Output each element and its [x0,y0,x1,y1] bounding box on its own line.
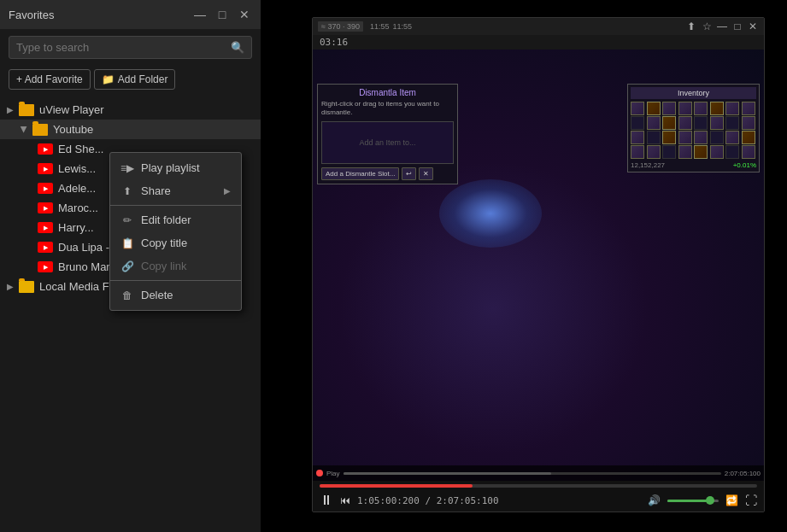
inv-cell[interactable] [725,116,739,130]
add-favorite-button[interactable]: + Add Favorite [9,69,91,90]
dialog-action-button[interactable]: ✕ [419,167,433,180]
tree-item-youtube[interactable]: ▶ Youtube [0,120,261,139]
repeat-button[interactable]: 🔁 [725,494,738,506]
time-display: 1:05:00:200 / 2:07:05:100 [357,495,499,506]
inv-cell[interactable] [710,131,724,144]
inv-cell[interactable] [631,131,644,144]
fullscreen-button[interactable]: ⛶ [745,494,757,507]
panel-title: Favorites [9,9,54,21]
inv-cell[interactable] [742,102,755,115]
inv-cell[interactable] [662,102,676,115]
hud-time: 2:07:05:100 [725,470,761,477]
search-bar: 🔍 [9,36,252,59]
inv-cell[interactable] [725,131,739,144]
dialog-cancel-button[interactable]: ↩ [402,167,416,180]
youtube-icon [38,261,53,272]
ctx-delete[interactable]: 🗑 Delete [110,284,241,307]
youtube-icon [38,183,53,194]
uview-label: uView Player [39,103,104,116]
inv-cell[interactable] [647,131,661,144]
inv-cell[interactable] [678,102,692,115]
ctx-edit-folder[interactable]: ✏ Edit folder [110,208,241,231]
dialog-panel: Dismantla Item Right-click or drag to it… [317,84,458,184]
video-toolbar: 03:16 [313,35,764,50]
inv-cell[interactable] [647,102,661,115]
play-pause-button[interactable]: ⏸ [320,493,333,508]
dialog-drop-area[interactable]: Add an Item to... [321,121,454,164]
inv-cell[interactable] [725,102,739,115]
inv-cell[interactable] [678,116,692,130]
inv-cell[interactable] [678,131,692,144]
inv-cell[interactable] [631,145,644,159]
separator [110,280,241,281]
context-menu: ≡▶ Play playlist ⬆ Share ▶ ✏ Edit folder… [109,152,242,311]
search-icon: 🔍 [231,41,244,54]
inv-cell[interactable] [631,102,644,115]
inv-cell[interactable] [710,145,724,159]
hud-progress-fill [344,472,551,475]
tree-item-uview[interactable]: ▶ uView Player [0,100,261,120]
action-buttons: + Add Favorite 📁 Add Folder [0,66,261,96]
inv-cell[interactable] [694,131,708,144]
video-controls: ⏸ ⏮ 1:05:00:200 / 2:07:05:100 🔊 🔁 ⛶ [313,481,764,512]
inv-cell[interactable] [742,131,755,144]
ctx-share[interactable]: ⬆ Share ▶ [110,179,241,202]
video-close-button[interactable]: ✕ [747,20,759,32]
delete-icon: 🗑 [120,289,134,301]
inv-cell[interactable] [662,116,676,130]
inv-cell[interactable] [662,145,676,159]
inv-cell[interactable] [678,145,692,159]
inv-cell[interactable] [725,145,739,159]
hud-progress-bar[interactable] [344,472,721,475]
inv-cell[interactable] [631,116,644,130]
separator [110,205,241,206]
game-background: Dismantla Item Right-click or drag to it… [313,50,764,481]
progress-bar[interactable] [320,484,757,488]
inv-cell[interactable] [710,116,724,130]
add-folder-button[interactable]: 📁 Add Folder [94,69,176,90]
hud-bar: Play 2:07:05:100 [313,465,764,481]
dialog-buttons: Add a Dismantle Slot... ↩ ✕ [321,167,454,180]
light-effect [439,179,542,248]
dialog-confirm-button[interactable]: Add a Dismantle Slot... [321,167,399,180]
inv-cell[interactable] [647,145,661,159]
inv-cell[interactable] [742,145,755,159]
prev-button[interactable]: ⏮ [340,494,350,506]
inv-cell[interactable] [694,102,708,115]
inv-cell[interactable] [694,116,708,130]
inv-cell[interactable] [662,131,676,144]
volume-slider[interactable] [667,500,719,502]
progress-bar-fill [320,484,473,488]
inv-cell[interactable] [742,116,755,130]
video-star-button[interactable]: ☆ [701,20,713,32]
volume-button[interactable]: 🔊 [648,494,661,506]
volume-knob [706,496,714,505]
share-icon: ⬆ [120,185,134,197]
dialog-title: Dismantla Item [321,88,454,97]
submenu-arrow-icon: ▶ [224,186,231,196]
ctx-play-playlist[interactable]: ≡▶ Play playlist [110,156,241,179]
inv-cell[interactable] [647,116,661,130]
inv-cell[interactable] [710,102,724,115]
maximize-button[interactable]: □ [214,7,230,22]
inv-cell[interactable] [694,145,708,159]
minimize-button[interactable]: — [192,7,208,22]
timer-display: 03:16 [320,37,348,48]
top-bar-info: ≈ 370 · 390 11:55 11:55 [318,21,412,32]
search-input[interactable] [16,41,231,54]
youtube-icon [38,202,53,213]
video-share-icon[interactable]: ⬆ [685,20,697,32]
inventory-stats: 12,152,227 +0.01% [631,161,756,169]
chevron-icon: ▶ [7,282,14,291]
controls-row: ⏸ ⏮ 1:05:00:200 / 2:07:05:100 🔊 🔁 ⛶ [320,493,757,508]
video-maximize-button[interactable]: □ [731,20,743,32]
youtube-icon [38,143,53,155]
close-button[interactable]: ✕ [237,7,252,22]
chevron-icon: ▶ [7,105,14,114]
folder-icon-uview [19,104,34,116]
ctx-copy-title[interactable]: 📋 Copy title [110,231,241,254]
item-label: Lewis... [58,162,96,175]
youtube-label: Youtube [53,123,93,136]
video-minimize-button[interactable]: — [716,20,728,32]
play-list-icon: ≡▶ [120,162,134,174]
